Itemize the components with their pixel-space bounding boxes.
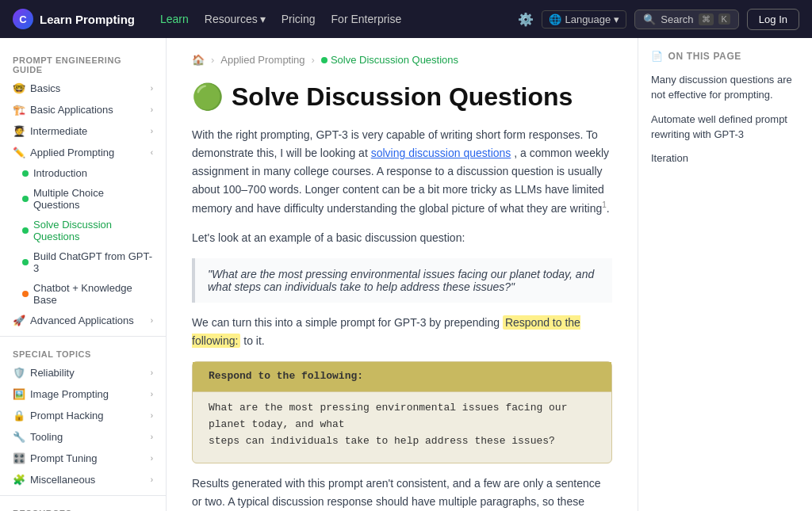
main-content: 🏠 › Applied Prompting › Solve Discussion… [167,38,638,511]
sidebar-sub-chatbot-knowledge[interactable]: Chatbot + Knowledge Base [0,278,166,310]
sidebar-section-resources: Resources [0,501,166,511]
basics-icon: 🤓 [13,82,25,94]
sidebar-sub-multiple-choice[interactable]: Multiple Choice Questions [0,183,166,215]
chevron-right-icon: › [151,454,153,463]
breadcrumb-sep2: › [312,54,315,66]
chevron-right-icon: › [151,475,153,484]
on-page-title: 📄 On this page [651,51,799,62]
blockquote: "What are the most pressing environmenta… [192,258,612,303]
logo-text: Learn Prompting [40,13,135,26]
sidebar-divider-2 [0,495,166,496]
right-sidebar: 📄 On this page Many discussion questions… [638,38,812,511]
body-paragraph-1: With the right prompting, GPT-3 is very … [192,126,612,218]
nav-learn[interactable]: Learn [160,13,189,25]
image-prompting-icon: 🖼️ [13,388,25,400]
body-paragraph-4: Results generated with this prompt aren'… [192,475,612,511]
settings-icon[interactable]: ⚙️ [518,12,534,27]
page-icon: 📄 [651,51,664,62]
chevron-right-icon: › [151,411,153,420]
sidebar: Prompt Engineering Guide 🤓 Basics › 🏗️ B… [0,38,167,511]
sidebar-divider [0,336,166,337]
prompt-tuning-icon: 🎛️ [13,452,25,464]
search-icon: 🔍 [643,13,656,25]
sidebar-item-tooling[interactable]: 🔧 Tooling › [0,426,166,448]
sidebar-item-reliability[interactable]: 🛡️ Reliability › [0,362,166,383]
globe-icon: 🌐 [549,13,561,25]
solving-discussion-link[interactable]: solving discussion questions [371,147,511,159]
tooling-icon: 🔧 [13,431,25,443]
prompt-hacking-icon: 🔒 [13,410,25,421]
chevron-down-icon: ‹ [151,148,153,157]
intermediate-icon: 🧑‍🎓 [13,125,25,137]
search-kbd-meta: ⌘ [699,13,714,25]
breadcrumb-current: Solve Discussion Questions [321,54,458,66]
chevron-right-icon: › [151,368,153,377]
home-icon[interactable]: 🏠 [192,54,205,66]
misc-icon: 🧩 [13,474,25,486]
breadcrumb-applied-prompting[interactable]: Applied Prompting [220,54,304,66]
on-page-link-3[interactable]: Iteration [651,151,799,166]
advanced-icon: 🚀 [13,315,25,326]
logo[interactable]: C Learn Prompting [13,9,135,29]
sidebar-sub-solve-discussion[interactable]: Solve Discussion Questions [0,215,166,246]
dot-orange-icon [22,291,29,297]
sidebar-item-basics[interactable]: 🤓 Basics › [0,78,166,99]
nav-enterprise[interactable]: For Enterprise [331,13,402,25]
sidebar-sub-introduction[interactable]: Introduction [0,163,166,183]
chevron-right-icon: › [151,390,153,399]
code1-body: What are the most pressing environmental… [209,400,596,449]
dot-green-icon [22,259,29,265]
sidebar-item-basic-applications[interactable]: 🏗️ Basic Applications › [0,99,166,120]
on-page-link-1[interactable]: Many discussion questions are not effect… [651,73,799,103]
on-page-link-2[interactable]: Automate well defined prompt rewriting w… [651,112,799,143]
sidebar-section-special: Special Topics [0,341,166,362]
dot-green-icon [22,170,29,177]
code-box-1: Respond to the following: What are the m… [192,361,612,463]
chevron-right-icon: › [151,127,153,135]
body-paragraph-3: We can turn this into a simple prompt fo… [192,314,612,350]
chevron-down-icon: ▾ [614,13,619,25]
reliability-icon: 🛡️ [13,367,25,379]
body-paragraph-2: Let's look at an example of a basic disc… [192,229,612,247]
chevron-right-icon: › [151,84,153,93]
sidebar-item-miscellaneous[interactable]: 🧩 Miscellaneous › [0,469,166,490]
sidebar-sub-build-chatgpt[interactable]: Build ChatGPT from GPT-3 [0,246,166,278]
dot-green-icon [22,227,29,234]
search-box[interactable]: 🔍 Search ⌘ K [634,10,739,29]
dot-green-icon [22,196,29,202]
dot-green-icon [321,57,327,63]
sidebar-section-guide: Prompt Engineering Guide [0,48,166,78]
basic-apps-icon: 🏗️ [13,104,25,116]
breadcrumb-sep1: › [211,54,214,66]
nav-pricing[interactable]: Pricing [282,13,316,25]
logo-icon: C [13,9,33,29]
sidebar-item-intermediate[interactable]: 🧑‍🎓 Intermediate › [0,120,166,142]
breadcrumb: 🏠 › Applied Prompting › Solve Discussion… [192,54,612,66]
language-button[interactable]: 🌐 Language ▾ [542,10,626,29]
nav-resources[interactable]: Resources ▾ [205,13,266,25]
search-kbd-k: K [718,13,730,25]
search-label: Search [661,13,693,25]
sidebar-item-advanced[interactable]: 🚀 Advanced Applications › [0,310,166,331]
applied-prompting-icon: ✏️ [13,147,25,158]
chevron-down-icon: ▾ [260,13,266,25]
title-emoji: 🟢 [192,82,224,112]
language-label: Language [565,13,611,25]
sidebar-item-applied-prompting[interactable]: ✏️ Applied Prompting ‹ [0,142,166,163]
chevron-right-icon: › [151,433,153,441]
top-nav: C Learn Prompting Learn Resources ▾ Pric… [0,0,812,38]
code1-header: Respond to the following: [209,370,363,382]
chevron-right-icon: › [151,105,153,114]
sidebar-item-prompt-hacking[interactable]: 🔒 Prompt Hacking › [0,405,166,426]
login-button[interactable]: Log In [747,9,799,30]
sidebar-item-image-prompting[interactable]: 🖼️ Image Prompting › [0,383,166,405]
page-title: 🟢 Solve Discussion Questions [192,82,612,112]
chevron-right-icon: › [151,316,153,325]
sidebar-item-prompt-tuning[interactable]: 🎛️ Prompt Tuning › [0,448,166,469]
footnote-1: 1 [602,200,607,209]
